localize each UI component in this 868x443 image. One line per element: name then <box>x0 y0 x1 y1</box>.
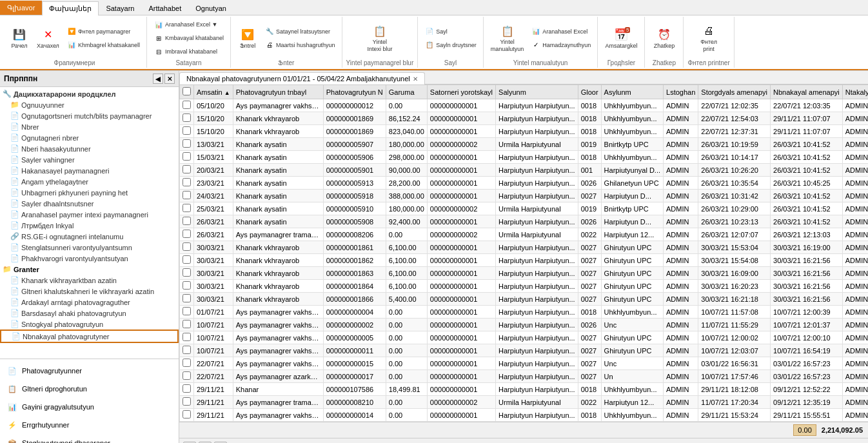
save-button[interactable]: 💾 Рачел <box>6 25 32 52</box>
table-row[interactable]: 29/11/21Ays paymanagrer vakhstatsnutyunn… <box>180 409 869 422</box>
row-checkbox[interactable] <box>182 320 191 328</box>
header-note[interactable]: Ntakalyn <box>842 85 868 99</box>
header-amount[interactable]: Garuma <box>386 85 427 99</box>
export-excel-button[interactable]: 📊 Aranahasel Excel ▼ <box>151 18 226 31</box>
tab-arttahabet[interactable]: Arttahabet <box>141 1 188 15</box>
yintel2-button[interactable]: 📋 Yintelmanualutyun <box>488 21 528 55</box>
header-number[interactable]: Phatovagrutyun N <box>323 85 386 99</box>
sidebar-item-gltneri[interactable]: 📄 Gltneri khalutskahneri le vikhrayarki … <box>0 286 179 297</box>
sidebar-item-phakhvarogri[interactable]: 📄 Phakhvarogri varontyulyantsutyan <box>0 253 179 264</box>
sidebar-item-sayler-dhaalnts[interactable]: 📄 Sayler dhaalntsnutsner <box>0 198 179 209</box>
content-tab-main[interactable]: Nbnakayal phatovagrutyunern 01/01/21 - 0… <box>179 72 425 84</box>
header-checkbox[interactable] <box>180 85 194 99</box>
row-checkbox[interactable] <box>182 255 191 264</box>
row-checkbox[interactable] <box>182 333 191 341</box>
filter-large-button[interactable]: 🔽 Ֆntrel <box>235 25 261 52</box>
sidebar-item-settings[interactable]: 🔧 Дацикхатарарони яродцклел <box>0 88 179 99</box>
table-row[interactable]: 23/03/21Khanark aysatin00000000591328,20… <box>180 177 869 190</box>
sidebar-close-button[interactable]: ✕ <box>164 74 175 84</box>
sidebar-item-ognutyunner[interactable]: 📁 Ognuuyunner <box>0 99 179 110</box>
row-checkbox[interactable] <box>182 139 191 148</box>
header-acc-code[interactable]: Satorneri yorotskayl <box>427 85 495 99</box>
sidebar-nav-gltneri[interactable]: 📋 Gltneri dproghorutun <box>3 380 176 398</box>
sidebar-item-barsdasayl[interactable]: 📄 Barsdasayl ahaki phatovagrutyun <box>0 308 179 319</box>
row-checkbox[interactable] <box>182 397 191 406</box>
sayl-drutsyner-button[interactable]: 📋 Sayln druytsner <box>422 39 479 52</box>
tab-close-button[interactable]: ✕ <box>413 75 418 83</box>
table-row[interactable]: 13/03/21Khanark aysatin000000005907180,0… <box>180 138 869 151</box>
confirm-button[interactable]: ✓ Hamadzaynuthyun <box>528 39 593 52</box>
row-checkbox[interactable] <box>182 113 191 122</box>
header-type[interactable]: Phatovagrutyun tnbayl <box>233 85 323 99</box>
row-checkbox[interactable] <box>182 346 191 354</box>
header-created[interactable]: Storgdyals amenapyi <box>698 85 771 99</box>
sidebar-nav-phatovagrutyunner[interactable]: 📄 Phatovagrutyunner <box>3 362 176 380</box>
sidebar-item-angam[interactable]: 📄 Angam ythelagaytner <box>0 176 179 187</box>
table-row[interactable]: 29/11/21Ays paymanagrer tramadrnori azar… <box>180 396 869 409</box>
clear-filter-button[interactable]: 🔧 Sataynel lratsuytsner <box>262 25 338 38</box>
table-row[interactable]: 20/03/21Khanark aysatin00000000590190,00… <box>180 164 869 177</box>
table-row[interactable]: 10/07/21Ays paymanagrer vakhstatsnutyunn… <box>180 344 869 357</box>
sidebar-item-sayler-vahingner[interactable]: 📄 Sayler vahingner <box>0 154 179 165</box>
group-button[interactable]: 📊 Khmbagrel khatsakanell <box>64 39 143 52</box>
sidebar-nav-errgrhutyunner[interactable]: ⚡ Errgrhutyunner <box>3 416 176 434</box>
row-checkbox[interactable] <box>182 191 191 199</box>
table-row[interactable]: 10/07/21Ays paymanagrer vakhstatsnutyunn… <box>180 331 869 344</box>
select-all-checkbox[interactable] <box>182 87 191 95</box>
sidebar-item-rsge[interactable]: 🔗 RS.GE-i ognutagneri intelanumu <box>0 231 179 242</box>
table-row[interactable]: 30/03/21Khanark vkhrayarob0000000018636,… <box>180 267 869 280</box>
row-checkbox[interactable] <box>182 217 191 225</box>
sidebar-item-sntogkyal[interactable]: 📄 Sntogkyal phatovagrutyun <box>0 319 179 330</box>
row-checkbox[interactable] <box>182 165 191 173</box>
header-partner[interactable]: Salyunm <box>496 85 578 99</box>
sidebar-section-granter[interactable]: 📁 Granter <box>0 264 179 275</box>
tab-glavnaya[interactable]: Գլխavor <box>0 1 42 15</box>
table-row[interactable]: 22/07/21Ays paymanagrer azarkhustsnutyun… <box>180 370 869 383</box>
row-checkbox[interactable] <box>182 371 191 380</box>
clock-button[interactable]: ⏰ Zhatkep <box>651 25 678 52</box>
table-row[interactable]: 05/10/20Ays paymanagrer vakhstatsnutyunn… <box>180 99 869 112</box>
sidebar-pin-button[interactable]: ◀ <box>153 74 163 84</box>
delete-button[interactable]: ✕ Хачахел <box>34 25 63 52</box>
row-checkbox[interactable] <box>182 230 191 238</box>
row-checkbox[interactable] <box>182 242 191 251</box>
row-checkbox[interactable] <box>182 294 191 302</box>
sidebar-item-ognutagneri[interactable]: 📄 Ognutagortsneri mutch/blits paymanagre… <box>0 110 179 121</box>
row-checkbox[interactable] <box>182 152 191 161</box>
table-row[interactable]: 30/03/21Khanark vkhrayarob0000000018616,… <box>180 241 869 254</box>
sidebar-item-nberi-haasakyutunner[interactable]: 📄 Nberi haasakyutunner <box>0 143 179 154</box>
header-date[interactable]: Amsatin ▲ <box>194 85 233 99</box>
group-fields-button[interactable]: ⊞ Kmbavayal khatabanel <box>151 32 226 44</box>
row-checkbox[interactable] <box>182 281 191 290</box>
header-lstoghan[interactable]: Lstoghan <box>664 85 698 99</box>
table-row[interactable]: 30/03/21Khanark vkhrayarob0000000018665,… <box>180 293 869 306</box>
header-asylunm[interactable]: Asylunm <box>601 85 663 99</box>
header-depot[interactable]: Gloor <box>578 85 601 99</box>
row-checkbox[interactable] <box>182 359 191 367</box>
row-checkbox[interactable] <box>182 126 191 135</box>
calendar-button[interactable]: 📅 5 Amsatargkel <box>602 25 640 52</box>
ungroup-button[interactable]: ⊟ Imbraval khatabanel <box>151 45 226 58</box>
table-row[interactable]: 15/03/21Khanark aysatin000000005906298,0… <box>180 151 869 164</box>
sidebar-nav-gayini[interactable]: 📊 Gayini gragyalutsutyun <box>3 398 176 416</box>
header-modified[interactable]: Nbnakayal amenapyi <box>771 85 843 99</box>
sidebar-item-aranahasel[interactable]: 📄 Aranahasel paymer intexi paymanagneri <box>0 209 179 220</box>
sidebar-item-lnkyal[interactable]: 📄 Лтрмбдел lnkyal <box>0 220 179 231</box>
yintel-button[interactable]: 📋 YintelIntexi blur <box>364 21 395 55</box>
row-checkbox[interactable] <box>182 268 191 277</box>
export-excel2-button[interactable]: 📊 Aranahasel Excel <box>528 25 593 38</box>
tab-phakhayner[interactable]: Փախայներ <box>42 1 99 15</box>
table-row[interactable]: 15/10/20Khanark vkhrayarob00000000186986… <box>180 112 869 125</box>
table-row[interactable]: 25/03/21Khanark aysatin000000005910180,0… <box>180 202 869 215</box>
sidebar-nav-stogkayutsyuneri[interactable]: 📦 Stogkayutsyneri dhasaraner <box>3 434 176 443</box>
sidebar-item-ardakayl[interactable]: 📄 Ardakayl arntagi phatovagraguther <box>0 297 179 308</box>
sidebar-item-khanark-vikhray[interactable]: 📄 Khanark vikhrayarktban azatin <box>0 275 179 286</box>
table-row[interactable]: 10/07/21Ays paymanagrer vakhstatsnutyunn… <box>180 319 869 331</box>
sidebar-item-uhbagrneri[interactable]: 📄 Uhbagrneri pkhyuneri payning het <box>0 187 179 198</box>
row-checkbox[interactable] <box>182 384 191 393</box>
sayl-button[interactable]: 📄 Sayl <box>422 25 479 38</box>
tab-ognutyan[interactable]: Ognutyan <box>188 1 233 15</box>
print-button[interactable]: 🖨 Фнтелprint <box>696 21 722 55</box>
sidebar-item-hakanasayel[interactable]: 📄 Hakanasayel paymanagneri <box>0 165 179 176</box>
row-checkbox[interactable] <box>182 307 191 315</box>
